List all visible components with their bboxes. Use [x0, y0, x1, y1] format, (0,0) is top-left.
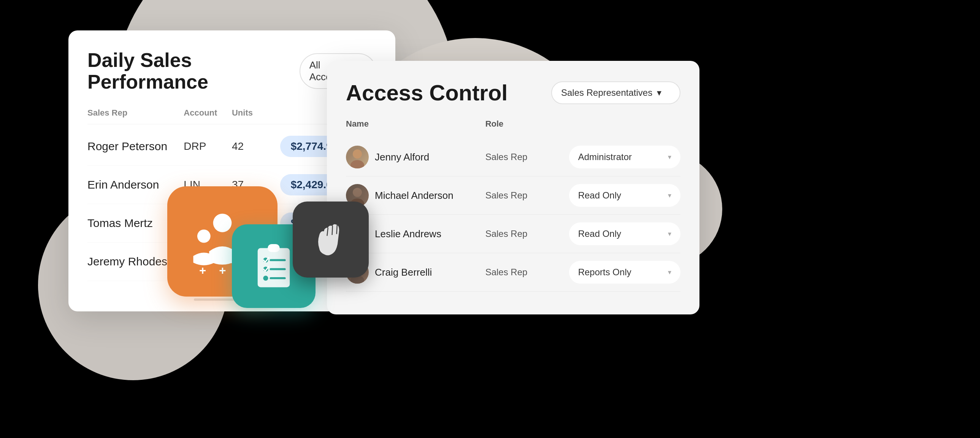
access-role-dropdown[interactable]: Read Only ▾	[569, 184, 681, 207]
sales-rep-name: Roger Peterson	[88, 140, 184, 153]
access-role-dropdown[interactable]: Read Only ▾	[569, 222, 681, 245]
access-role-chevron: ▾	[668, 268, 671, 276]
table-row: Jenny Alford Sales Rep Administrator ▾	[346, 138, 681, 177]
sales-card-title: Daily Sales Performance	[88, 49, 299, 93]
wave-icon-tile	[293, 202, 369, 277]
access-role-value: Administrator	[578, 152, 632, 162]
role-filter-dropdown[interactable]: Sales Representatives ▾	[551, 81, 681, 104]
person-name: Leslie Andrews	[375, 228, 441, 240]
table-row: Craig Berrelli Sales Rep Reports Only ▾	[346, 253, 681, 291]
scene: Daily Sales Performance All Accounts ▾ S…	[0, 0, 980, 438]
col-units: Units	[232, 108, 280, 118]
clipboard-icon	[248, 241, 299, 291]
access-role-chevron: ▾	[668, 153, 671, 161]
col-account: Account	[184, 108, 232, 118]
access-role-dropdown[interactable]: Administrator ▾	[569, 146, 681, 169]
access-card-title: Access Control	[346, 80, 508, 105]
col-name: Name	[346, 119, 485, 129]
person-cell: Michael Anderson	[346, 184, 485, 207]
svg-text:+: +	[219, 264, 226, 274]
person-name: Craig Berrelli	[375, 266, 432, 278]
table-row: Michael Anderson Sales Rep Read Only ▾	[346, 177, 681, 215]
svg-rect-15	[267, 244, 280, 252]
svg-point-20	[263, 276, 268, 280]
svg-line-23	[332, 226, 332, 235]
svg-point-9	[197, 229, 211, 243]
avatar	[346, 146, 369, 169]
person-role: Sales Rep	[485, 228, 569, 239]
person-role: Sales Rep	[485, 152, 569, 162]
person-role: Sales Rep	[485, 190, 569, 201]
col-role: Role	[485, 119, 569, 129]
access-role-chevron: ▾	[668, 229, 671, 238]
access-role-dropdown[interactable]: Reports Only ▾	[569, 261, 681, 284]
access-role-value: Read Only	[578, 228, 621, 239]
col-access	[569, 119, 681, 129]
svg-point-2	[353, 188, 362, 197]
svg-point-0	[353, 150, 362, 159]
access-table-header: Name Role	[346, 119, 681, 135]
access-role-value: Read Only	[578, 190, 621, 201]
access-card: Access Control Sales Representatives ▾ N…	[327, 61, 700, 314]
svg-point-8	[213, 214, 232, 232]
sales-rep-name: Erin Anderson	[88, 178, 184, 191]
sales-account: DRP	[184, 140, 232, 153]
table-row: Leslie Andrews Sales Rep Read Only ▾	[346, 215, 681, 253]
wave-hand-icon	[308, 217, 353, 262]
access-role-chevron: ▾	[668, 191, 671, 200]
svg-rect-14	[258, 248, 290, 287]
svg-point-1	[350, 160, 364, 169]
role-filter-label: Sales Representatives	[561, 88, 652, 98]
col-sales-rep: Sales Rep	[88, 108, 184, 118]
role-filter-chevron: ▾	[657, 88, 662, 98]
person-role: Sales Rep	[485, 267, 569, 277]
person-name: Michael Anderson	[375, 190, 453, 202]
svg-line-24	[337, 225, 337, 234]
svg-text:+: +	[199, 264, 206, 274]
access-card-header: Access Control Sales Representatives ▾	[346, 80, 681, 105]
sales-units: 42	[232, 140, 280, 153]
person-cell: Jenny Alford	[346, 146, 485, 169]
access-role-value: Reports Only	[578, 267, 632, 277]
avatar-face-icon	[346, 146, 369, 169]
person-name: Jenny Alford	[375, 151, 429, 163]
